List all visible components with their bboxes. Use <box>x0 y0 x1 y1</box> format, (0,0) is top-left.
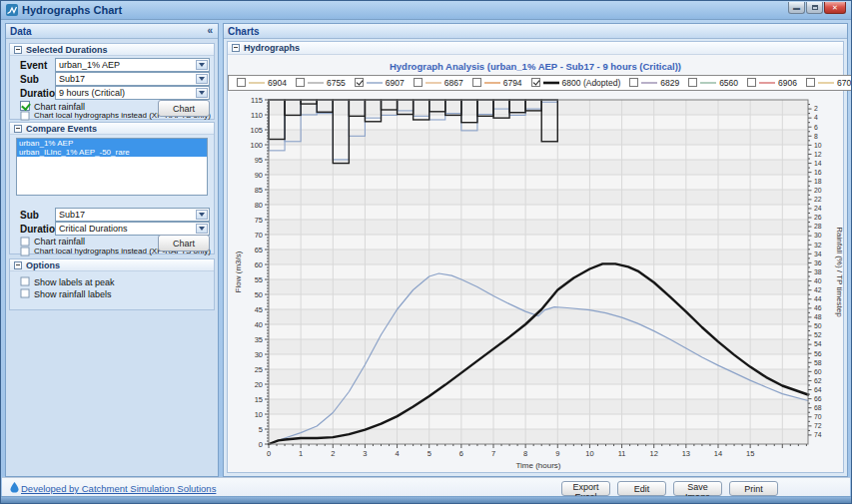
chevron-down-icon[interactable] <box>196 60 208 70</box>
svg-text:5: 5 <box>259 425 263 434</box>
legend-checkbox[interactable] <box>531 78 540 87</box>
legend-checkbox[interactable] <box>688 78 697 87</box>
labels-at-peak-checkbox[interactable] <box>21 277 30 286</box>
legend-checkbox[interactable] <box>806 78 815 87</box>
svg-text:11: 11 <box>618 449 626 458</box>
minimize-button[interactable]: ▬ <box>788 2 805 14</box>
chevron-down-icon[interactable] <box>196 88 208 98</box>
chevron-down-icon[interactable] <box>196 74 208 84</box>
save-image-button[interactable]: Save Image <box>673 481 722 496</box>
legend-checkbox[interactable] <box>296 78 305 87</box>
legend-label: 6829 <box>660 78 679 88</box>
edit-button[interactable]: Edit <box>617 481 666 496</box>
compare-sub-label: Sub <box>20 210 39 221</box>
event-label: Event <box>20 60 47 71</box>
labels-at-peak-label: Show labels at peak <box>34 277 115 287</box>
svg-text:20: 20 <box>814 187 822 194</box>
hydrographs-group-title: Hydrographs <box>244 43 300 53</box>
legend-checkbox[interactable] <box>747 78 756 87</box>
list-item[interactable]: urban_1% AEP <box>17 139 207 148</box>
event-dropdown[interactable]: urban_1% AEP <box>55 58 210 72</box>
collapse-group-icon[interactable] <box>232 44 240 52</box>
selected-durations-title: Selected Durations <box>26 45 108 55</box>
chevron-down-icon[interactable] <box>196 210 208 220</box>
svg-text:55: 55 <box>255 275 263 284</box>
legend-checkbox[interactable] <box>414 78 423 87</box>
svg-text:30: 30 <box>814 232 822 239</box>
svg-text:10: 10 <box>585 449 593 458</box>
collapse-group-icon[interactable] <box>14 261 22 269</box>
chart-rainfall-checkbox[interactable] <box>20 101 30 111</box>
svg-text:4: 4 <box>814 114 818 121</box>
svg-text:95: 95 <box>255 156 263 165</box>
maximize-icon <box>812 5 818 10</box>
collapse-group-icon[interactable] <box>14 125 22 133</box>
compare-duration-dropdown[interactable]: Critical Durations <box>55 222 210 236</box>
chevron-down-icon[interactable] <box>196 224 208 234</box>
compare-chart-rainfall-label: Chart rainfall <box>34 237 85 247</box>
svg-text:8: 8 <box>814 133 818 140</box>
selected-durations-group: Selected Durations Event urban_1% AEP Su… <box>9 43 215 120</box>
svg-text:58: 58 <box>814 359 822 366</box>
svg-text:20: 20 <box>255 380 263 389</box>
close-button[interactable]: ✕ <box>824 2 846 14</box>
legend-item-6906: 6906 <box>747 78 797 88</box>
print-button[interactable]: Print <box>729 481 778 496</box>
svg-text:22: 22 <box>814 196 822 203</box>
legend-checkbox[interactable] <box>472 78 481 87</box>
chart-button[interactable]: Chart <box>158 100 210 117</box>
data-panel: Data « Selected Durations Event urban_1%… <box>5 23 219 477</box>
compare-chart-local-checkbox[interactable] <box>21 248 30 256</box>
collapse-panel-icon[interactable]: « <box>207 25 213 36</box>
legend-line-swatch <box>484 80 500 86</box>
svg-text:3: 3 <box>363 449 367 458</box>
legend-line-swatch <box>641 80 657 86</box>
compare-sub-dropdown[interactable]: Sub17 <box>55 208 210 222</box>
svg-text:24: 24 <box>814 205 822 212</box>
legend-label: 6794 <box>503 78 522 88</box>
svg-text:66: 66 <box>814 395 822 402</box>
svg-text:72: 72 <box>814 422 822 429</box>
svg-text:36: 36 <box>814 259 822 266</box>
event-value: urban_1% AEP <box>59 60 120 70</box>
credit-link[interactable]: Developed by Catchment Simulation Soluti… <box>21 483 216 494</box>
legend-checkbox[interactable] <box>629 78 638 87</box>
chart-local-checkbox[interactable] <box>21 112 30 121</box>
svg-text:60: 60 <box>255 260 263 269</box>
compare-chart-rainfall-checkbox[interactable] <box>21 238 30 247</box>
duration-value: 9 hours (Critical) <box>59 88 125 98</box>
rainfall-labels-checkbox[interactable] <box>21 289 30 298</box>
svg-text:115: 115 <box>251 96 263 105</box>
titlebar[interactable]: Hydrographs Chart ▬ ✕ <box>1 1 851 20</box>
svg-text:70: 70 <box>255 231 263 240</box>
svg-text:34: 34 <box>814 251 822 257</box>
sub-label: Sub <box>20 74 39 85</box>
maximize-button[interactable] <box>806 2 823 14</box>
legend-label: 6867 <box>444 78 463 88</box>
legend-label: 6800 (Adopted) <box>562 78 621 88</box>
svg-text:50: 50 <box>814 322 822 329</box>
svg-text:2: 2 <box>331 449 335 458</box>
legend-checkbox[interactable] <box>355 78 364 87</box>
compare-sub-value: Sub17 <box>59 210 85 220</box>
svg-text:35: 35 <box>255 335 263 344</box>
svg-text:16: 16 <box>814 169 822 176</box>
svg-text:25: 25 <box>255 365 263 374</box>
legend-item-6701: 6701 <box>806 78 852 88</box>
svg-text:70: 70 <box>814 413 822 420</box>
legend-checkbox[interactable] <box>237 78 246 87</box>
chart-legend: 690467556907686767946800 (Adopted)682965… <box>228 73 843 91</box>
window-title: Hydrographs Chart <box>22 4 122 16</box>
sub-dropdown[interactable]: Sub17 <box>55 72 210 86</box>
svg-text:40: 40 <box>814 277 822 284</box>
legend-label: 6755 <box>327 78 346 88</box>
export-excel-button[interactable]: Export Excel <box>561 481 610 496</box>
list-item[interactable]: urban_ILInc_1% AEP_-50_rare <box>17 148 207 157</box>
collapse-group-icon[interactable] <box>14 46 22 54</box>
duration-dropdown[interactable]: 9 hours (Critical) <box>55 86 210 100</box>
svg-text:45: 45 <box>255 305 263 314</box>
compare-events-list[interactable]: urban_1% AEPurban_ILInc_1% AEP_-50_rare <box>16 138 208 196</box>
hydrographs-group: Hydrographs Hydrograph Analysis (urban_1… <box>227 41 844 473</box>
compare-chart-button[interactable]: Chart <box>158 235 210 252</box>
svg-text:42: 42 <box>814 286 822 293</box>
